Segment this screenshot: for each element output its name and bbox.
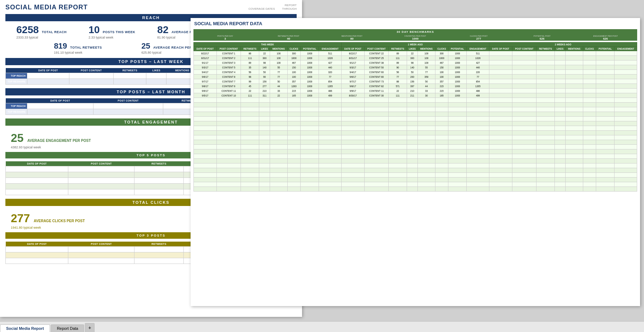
td [489, 121, 512, 126]
td: 210 [407, 89, 418, 93]
td [536, 98, 554, 103]
td [364, 182, 389, 187]
td [566, 107, 583, 112]
one-week-ago-header: 1 WEEK AGO [341, 42, 489, 47]
td [241, 140, 259, 145]
td: CONTENT 7 [216, 79, 241, 84]
td [194, 107, 217, 112]
td [287, 187, 300, 192]
td: 9/7/17 [194, 79, 217, 84]
td [583, 93, 596, 98]
td [435, 121, 448, 126]
table-row [194, 154, 637, 159]
td [489, 103, 512, 107]
td [554, 98, 566, 103]
td: 499 [467, 93, 489, 98]
td [341, 112, 364, 117]
td: 100 [270, 51, 287, 56]
td [512, 60, 536, 65]
td [319, 98, 342, 103]
td [259, 159, 270, 163]
td [566, 93, 583, 98]
td [583, 65, 596, 70]
td [583, 103, 596, 107]
tab-add-button[interactable]: + [85, 323, 94, 332]
total-reach-value: 6258 [16, 24, 38, 35]
td [301, 173, 319, 178]
td [583, 187, 596, 192]
th-likes-week: LIKES [146, 68, 166, 73]
td [448, 154, 467, 159]
clicks-label: AVERAGE CLICKS PER POST [34, 219, 85, 223]
th-rt-w1: RETWEETS [389, 47, 407, 51]
td [389, 121, 407, 126]
td [407, 140, 418, 145]
td [566, 145, 583, 149]
td: 8/31/17 [194, 56, 217, 60]
td [583, 135, 596, 140]
td [389, 117, 407, 121]
td [319, 159, 342, 163]
td [596, 107, 614, 112]
td [194, 173, 217, 178]
td: 89 [389, 51, 407, 56]
td [194, 112, 217, 117]
td [259, 149, 270, 154]
td [615, 126, 637, 131]
td [448, 178, 467, 182]
td [596, 65, 614, 70]
td [418, 182, 435, 187]
td [435, 182, 448, 187]
td [489, 149, 512, 154]
td: 320 [319, 70, 342, 75]
td [448, 182, 467, 187]
td [6, 252, 68, 258]
td [389, 140, 407, 145]
td [536, 107, 554, 112]
td [418, 126, 435, 131]
td [536, 163, 554, 168]
tab-social-media-report[interactable]: Social Media Report [0, 324, 50, 332]
td [566, 126, 583, 131]
td: CONTENT 11 [364, 89, 389, 93]
tab-report-data[interactable]: Report Data [51, 324, 84, 332]
td [512, 168, 536, 173]
td [583, 56, 596, 60]
bench-clicks: CLICKS PER POST 277 [447, 35, 510, 41]
td [583, 121, 596, 126]
td [489, 93, 512, 98]
td [301, 121, 319, 126]
td: 1000 [448, 60, 467, 65]
td [554, 187, 566, 192]
td [448, 107, 467, 112]
th-pt-w1: POTENTIAL [448, 47, 467, 51]
td [554, 70, 566, 75]
td [194, 140, 217, 145]
td [27, 79, 69, 85]
td [216, 159, 241, 163]
td [319, 182, 342, 187]
td [554, 178, 566, 182]
td [536, 173, 554, 178]
td [301, 154, 319, 159]
tab-bar: Social Media Report Report Data + [0, 321, 644, 332]
td [554, 117, 566, 121]
td [536, 103, 554, 107]
td [341, 126, 364, 131]
td: 55 [418, 65, 435, 70]
td [389, 103, 407, 107]
td [566, 60, 583, 65]
td [596, 182, 614, 187]
td [113, 79, 146, 85]
td [407, 163, 418, 168]
td [216, 168, 241, 173]
td [467, 126, 489, 131]
td [596, 187, 614, 192]
td [287, 135, 300, 140]
table-row: 8/31/17CONTENT 21113001001000100010268/3… [194, 56, 637, 60]
td: CONTENT 11 [216, 89, 241, 93]
td [241, 149, 259, 154]
td [319, 163, 342, 168]
table-row [194, 168, 637, 173]
td [615, 103, 637, 107]
